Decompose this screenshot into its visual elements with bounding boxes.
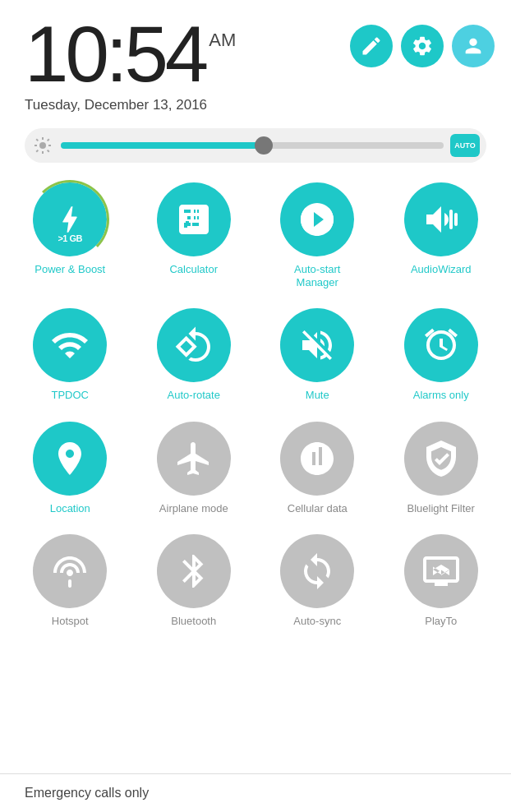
- power-boost-ring: [30, 180, 109, 259]
- svg-rect-10: [454, 213, 458, 226]
- hotspot-label: Hotspot: [52, 615, 89, 628]
- playto-label: PlayTo: [425, 615, 457, 628]
- edit-button[interactable]: [350, 25, 393, 67]
- date-text: Tuesday, December 13, 2016: [25, 97, 236, 113]
- header-icons: [350, 25, 495, 67]
- settings-icon: [411, 35, 434, 58]
- grid-item-audiowizard[interactable]: AudioWizard: [380, 174, 504, 300]
- emergency-text: Emergency calls only: [25, 786, 149, 800]
- calculator-icon-circle: [157, 182, 231, 256]
- time-digits: 10:54: [25, 15, 205, 94]
- audiowizard-icon-circle: [404, 182, 478, 256]
- alarms-label: Alarms only: [413, 389, 469, 402]
- alarms-icon-circle: [404, 308, 478, 382]
- svg-line-6: [48, 150, 49, 152]
- location-icon: [50, 439, 90, 478]
- hotspot-icon-circle: [33, 534, 107, 608]
- svg-rect-9: [449, 210, 453, 229]
- header: 10:54 AM Tuesday, December 13, 2016: [0, 0, 511, 120]
- autosync-icon-circle: [280, 534, 354, 608]
- grid-item-tpdoc[interactable]: TPDOC: [8, 300, 132, 413]
- bluetooth-label: Bluetooth: [171, 615, 216, 628]
- power-boost-icon-circle: >1 GB: [33, 182, 107, 256]
- grid-row-1: >1 GB Power & Boost Calculator Auto-star…: [0, 174, 511, 300]
- edit-icon: [360, 35, 383, 58]
- power-boost-sub: >1 GB: [58, 233, 82, 243]
- bluelight-icon: [421, 439, 461, 478]
- mute-label: Mute: [306, 389, 329, 402]
- hotspot-icon: [50, 551, 90, 591]
- mute-icon-circle: [280, 308, 354, 382]
- airplane-label: Airplane mode: [159, 502, 228, 515]
- airplane-icon-circle: [157, 422, 231, 496]
- location-icon-circle: [33, 422, 107, 496]
- grid-item-autorotate[interactable]: Auto-rotate: [132, 300, 256, 413]
- grid-item-location[interactable]: Location: [8, 413, 132, 527]
- svg-line-8: [36, 150, 38, 152]
- playto-icon-circle: [404, 534, 478, 608]
- time-display: 10:54 AM: [25, 15, 236, 94]
- airplane-icon: [174, 439, 214, 478]
- grid-item-calculator[interactable]: Calculator: [132, 174, 256, 300]
- calculator-label: Calculator: [169, 263, 218, 276]
- bluetooth-icon: [174, 551, 214, 591]
- mute-icon: [297, 325, 337, 365]
- autorotate-icon: [174, 325, 214, 365]
- time-block: 10:54 AM Tuesday, December 13, 2016: [25, 15, 236, 113]
- grid-item-airplane[interactable]: Airplane mode: [132, 413, 256, 527]
- grid-row-4: Hotspot Bluetooth Auto-sync: [0, 526, 511, 639]
- brightness-track[interactable]: [61, 142, 444, 149]
- grid-item-bluelight[interactable]: Bluelight Filter: [380, 413, 504, 527]
- grid-item-autosync[interactable]: Auto-sync: [256, 526, 380, 639]
- autostart-icon: [297, 200, 337, 239]
- brightness-auto-label: AUTO: [454, 141, 475, 150]
- autostart-label: Auto-start Manager: [294, 263, 340, 288]
- grid-item-playto[interactable]: PlayTo: [380, 526, 504, 639]
- svg-line-5: [36, 139, 38, 141]
- grid-row-3: Location Airplane mode Cellular data: [0, 413, 511, 527]
- brightness-bar[interactable]: AUTO: [25, 128, 486, 163]
- settings-button[interactable]: [401, 25, 444, 67]
- autorotate-label: Auto-rotate: [168, 389, 220, 402]
- tpdoc-label: TPDOC: [52, 389, 90, 402]
- brightness-sun-icon: [31, 134, 54, 157]
- grid-item-cellular[interactable]: Cellular data: [256, 413, 380, 527]
- grid-item-hotspot[interactable]: Hotspot: [8, 526, 132, 639]
- svg-point-0: [39, 142, 46, 149]
- tpdoc-icon-circle: [33, 308, 107, 382]
- grid-item-bluetooth[interactable]: Bluetooth: [132, 526, 256, 639]
- grid-item-power-boost[interactable]: >1 GB Power & Boost: [8, 174, 132, 300]
- autosync-icon: [297, 551, 337, 591]
- user-icon: [462, 35, 485, 58]
- grid-row-2: TPDOC Auto-rotate Mute: [0, 300, 511, 413]
- grid-item-autostart[interactable]: Auto-start Manager: [256, 174, 380, 300]
- calculator-icon: [174, 200, 214, 239]
- grid-item-mute[interactable]: Mute: [256, 300, 380, 413]
- bluelight-icon-circle: [404, 422, 478, 496]
- bluetooth-icon-circle: [157, 534, 231, 608]
- user-button[interactable]: [452, 25, 495, 67]
- autostart-icon-circle: [280, 182, 354, 256]
- tpdoc-icon: [50, 325, 90, 365]
- audiowizard-label: AudioWizard: [411, 263, 472, 276]
- brightness-thumb[interactable]: [255, 136, 273, 155]
- brightness-auto-btn[interactable]: AUTO: [450, 134, 480, 157]
- svg-rect-11: [68, 579, 71, 588]
- cellular-label: Cellular data: [288, 502, 348, 515]
- audiowizard-icon: [421, 200, 461, 239]
- autorotate-icon-circle: [157, 308, 231, 382]
- emergency-bar: Emergency calls only: [0, 773, 511, 812]
- power-boost-label: Power & Boost: [35, 263, 105, 276]
- bluelight-label: Bluelight Filter: [407, 502, 475, 515]
- cellular-icon-circle: [280, 422, 354, 496]
- cellular-icon: [297, 439, 337, 478]
- svg-line-7: [48, 139, 49, 141]
- autosync-label: Auto-sync: [293, 615, 341, 628]
- main-screen: 10:54 AM Tuesday, December 13, 2016: [0, 0, 511, 812]
- grid-item-alarms[interactable]: Alarms only: [380, 300, 504, 413]
- playto-icon: [421, 551, 461, 591]
- time-ampm: AM: [209, 31, 236, 49]
- alarms-icon: [421, 325, 461, 365]
- location-label: Location: [50, 502, 90, 515]
